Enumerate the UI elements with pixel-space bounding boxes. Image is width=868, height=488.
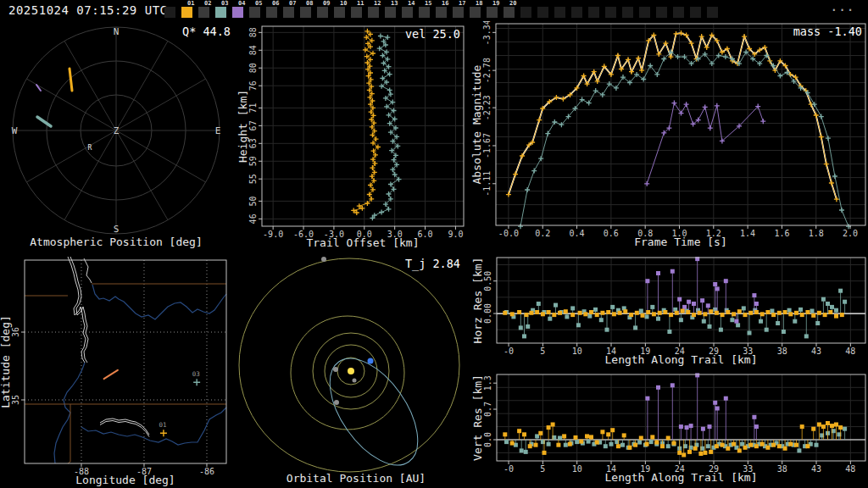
- station-box-14[interactable]: 14: [402, 0, 419, 21]
- overflow-menu-icon[interactable]: ...: [830, 0, 854, 14]
- data-point: [538, 431, 542, 435]
- data-point: [578, 311, 582, 315]
- station-box-04[interactable]: 04: [232, 0, 249, 21]
- data-point: [765, 328, 769, 332]
- station-box-05[interactable]: 05: [249, 0, 266, 21]
- data-point: [534, 443, 538, 447]
- station-box-15[interactable]: 15: [419, 0, 436, 21]
- station-box-03[interactable]: 03: [215, 0, 232, 21]
- data-point: [715, 407, 720, 411]
- y-axis-label: Latitude [deg]: [0, 315, 12, 408]
- x-axis-label: Frame Time [s]: [634, 236, 727, 248]
- x-axis-label: Trail Offset [km]: [306, 236, 419, 249]
- station-box-06[interactable]: 06: [266, 0, 283, 21]
- data-point: [519, 325, 523, 330]
- data-point: [817, 311, 821, 315]
- station-box-18[interactable]: 18: [470, 0, 487, 21]
- station-color-swatch: [707, 7, 718, 18]
- station-box-blank[interactable]: [622, 0, 639, 21]
- station-color-swatch: [419, 7, 430, 18]
- station-box-19[interactable]: 19: [487, 0, 504, 21]
- station-box-08[interactable]: 08: [300, 0, 317, 21]
- series-station-03: [504, 427, 847, 454]
- data-point: [639, 436, 643, 441]
- data-point: [726, 310, 730, 314]
- station-color-swatch: [520, 7, 531, 18]
- data-point: [840, 313, 844, 317]
- station-box-09[interactable]: 09: [317, 0, 334, 21]
- station-box-blank[interactable]: [605, 0, 622, 21]
- data-point: [605, 328, 609, 332]
- data-point: [702, 319, 706, 324]
- station-id-label: 19: [492, 0, 500, 7]
- data-point: [670, 269, 675, 274]
- station-box-blank[interactable]: [537, 0, 554, 21]
- data-point: [520, 448, 524, 452]
- station-box-13[interactable]: 13: [385, 0, 402, 21]
- station-box-12[interactable]: 12: [368, 0, 385, 21]
- station-box-16[interactable]: 16: [436, 0, 453, 21]
- data-point: [715, 311, 719, 315]
- station-box-17[interactable]: 17: [453, 0, 470, 21]
- data-point: [754, 302, 759, 306]
- data-point: [689, 424, 693, 428]
- data-point: [645, 396, 649, 401]
- data-point: [805, 444, 810, 448]
- station-id-label: 12: [373, 0, 381, 7]
- data-point: [715, 444, 719, 448]
- y-tick-label: 80: [248, 63, 258, 73]
- data-point: [726, 446, 730, 451]
- station-box-blank[interactable]: [571, 0, 588, 21]
- station-color-swatch: [673, 7, 684, 18]
- station-box-blank[interactable]: [656, 0, 673, 21]
- station-box-10[interactable]: 10: [334, 0, 351, 21]
- data-point: [793, 319, 797, 324]
- station-box-20[interactable]: 20: [504, 0, 520, 21]
- data-point: [770, 309, 774, 313]
- series-station-04: [645, 373, 759, 440]
- data-point: [787, 308, 792, 313]
- data-point: [700, 298, 704, 302]
- data-point: [565, 314, 569, 319]
- x-tick-label: 9.0: [448, 230, 463, 239]
- station-id-label: 17: [458, 0, 466, 7]
- data-point: [510, 441, 515, 446]
- station-box-blank[interactable]: [520, 0, 537, 21]
- plot-frame: [25, 260, 226, 463]
- station-color-swatch: [588, 7, 599, 18]
- data-point: [777, 444, 782, 448]
- data-point: [682, 453, 686, 458]
- station-box-02[interactable]: 02: [198, 0, 215, 21]
- data-point: [823, 313, 827, 317]
- compass-label-N: N: [114, 26, 120, 37]
- station-box-blank[interactable]: [690, 0, 707, 21]
- station-color-swatch: [504, 7, 515, 18]
- station-box-blank[interactable]: [588, 0, 605, 21]
- compass-label-E: E: [215, 125, 221, 136]
- data-point: [609, 442, 614, 446]
- data-point: [503, 432, 507, 436]
- station-box-blank[interactable]: [673, 0, 690, 21]
- data-point: [548, 317, 552, 321]
- x-tick-label: 43: [811, 464, 821, 474]
- station-box-07[interactable]: 07: [283, 0, 300, 21]
- data-point: [815, 443, 819, 447]
- station-color-swatch: [334, 7, 345, 18]
- station-box-blank[interactable]: [164, 0, 181, 21]
- data-point: [589, 435, 593, 439]
- station-box-11[interactable]: 11: [351, 0, 368, 21]
- data-point: [759, 319, 763, 324]
- body-mercury: [353, 379, 357, 383]
- station-box-01[interactable]: 01: [181, 0, 198, 21]
- data-point: [834, 314, 838, 319]
- x-tick-label: 1.6: [774, 229, 789, 238]
- station-box-blank[interactable]: [707, 0, 724, 21]
- data-point: [679, 318, 683, 322]
- map-feature-river-north: [92, 285, 226, 319]
- data-point: [618, 311, 622, 315]
- station-box-blank[interactable]: [554, 0, 571, 21]
- station-color-swatch: [181, 7, 192, 18]
- data-point: [503, 311, 507, 315]
- data-point: [743, 446, 748, 450]
- station-box-blank[interactable]: [639, 0, 656, 21]
